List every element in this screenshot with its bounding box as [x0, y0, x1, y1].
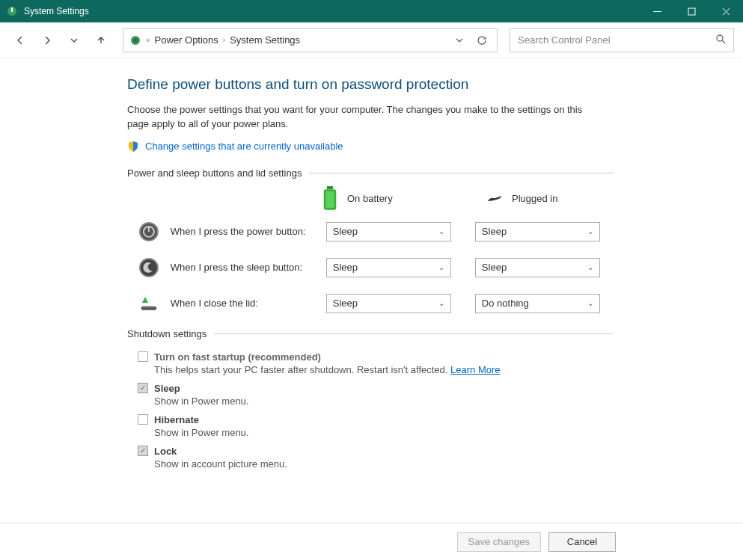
maximize-button[interactable]: [674, 0, 709, 22]
select-value: Sleep: [333, 226, 438, 237]
lock-checkbox[interactable]: [138, 446, 148, 456]
up-button[interactable]: [90, 29, 112, 52]
row-label: When I press the power button:: [171, 226, 316, 237]
fast-startup-item: Turn on fast startup (recommended) This …: [138, 351, 614, 375]
chevron-down-icon: ⌄: [438, 227, 444, 236]
svg-line-9: [722, 40, 725, 43]
sleep-button-icon: [138, 256, 160, 279]
cancel-button[interactable]: Cancel: [548, 532, 616, 552]
shield-icon: [127, 141, 139, 153]
lock-label: Lock: [154, 446, 177, 457]
svg-rect-3: [688, 8, 695, 15]
section-label: Power and sleep buttons and lid settings: [127, 167, 302, 179]
fast-startup-label: Turn on fast startup (recommended): [154, 351, 321, 363]
recent-dropdown[interactable]: [63, 29, 85, 52]
chevron-down-icon: ⌄: [438, 263, 444, 271]
mode-plugged-label: Plugged in: [512, 193, 557, 204]
hibernate-item: Hibernate Show in Power menu.: [138, 414, 614, 438]
search-icon[interactable]: [715, 34, 726, 46]
row-label: When I press the sleep button:: [171, 262, 316, 273]
battery-icon: [322, 191, 338, 207]
plug-icon: [486, 191, 503, 207]
chevron-down-icon: ⌄: [587, 263, 593, 271]
mode-plugged-col: Plugged in: [486, 191, 614, 207]
sleep-button-plugged-select[interactable]: Sleep ⌄: [475, 258, 600, 277]
lock-desc: Show in account picture menu.: [138, 458, 614, 470]
learn-more-link[interactable]: Learn More: [450, 364, 500, 375]
address-dropdown[interactable]: [450, 31, 468, 49]
section-header-buttons: Power and sleep buttons and lid settings: [127, 167, 614, 179]
search-input[interactable]: [518, 34, 715, 46]
chevron-right-icon: ›: [223, 36, 225, 44]
titlebar: System Settings: [0, 0, 743, 22]
close-lid-battery-select[interactable]: Sleep ⌄: [326, 294, 451, 313]
search-box[interactable]: [510, 28, 734, 52]
sleep-desc: Show in Power menu.: [138, 396, 614, 407]
save-button[interactable]: Save changes: [457, 532, 541, 552]
row-close-lid: When I close the lid: Sleep ⌄ Do nothing…: [127, 292, 614, 315]
change-settings-link-row: Change settings that are currently unava…: [127, 141, 614, 153]
close-lid-plugged-select[interactable]: Do nothing ⌄: [475, 294, 600, 313]
select-value: Sleep: [482, 262, 587, 273]
desc-text: This helps start your PC faster after sh…: [154, 364, 450, 375]
page-title: Define power buttons and turn on passwor…: [127, 76, 614, 93]
hibernate-checkbox[interactable]: [138, 414, 148, 425]
power-button-icon: [138, 221, 160, 243]
hibernate-desc: Show in Power menu.: [138, 427, 614, 438]
divider: [309, 173, 614, 173]
laptop-lid-icon: [138, 292, 160, 315]
fast-startup-checkbox[interactable]: [138, 351, 148, 362]
svg-point-7: [133, 38, 138, 43]
select-value: Sleep: [333, 298, 438, 309]
footer: Save changes Cancel: [0, 523, 743, 560]
refresh-button[interactable]: [473, 31, 491, 49]
window-title: System Settings: [24, 6, 89, 16]
mode-header-row: On battery Plugged in: [127, 191, 614, 207]
svg-rect-1: [11, 7, 13, 12]
divider: [214, 333, 614, 334]
power-button-plugged-select[interactable]: Sleep ⌄: [475, 222, 600, 241]
sleep-item: Sleep Show in Power menu.: [138, 383, 614, 407]
svg-rect-12: [326, 191, 334, 208]
mode-battery-label: On battery: [347, 193, 393, 204]
sleep-label: Sleep: [154, 383, 180, 394]
sleep-button-battery-select[interactable]: Sleep ⌄: [326, 258, 451, 277]
mode-battery-col: On battery: [322, 191, 449, 207]
svg-rect-10: [327, 186, 333, 189]
breadcrumb-item[interactable]: System Settings: [230, 34, 300, 46]
change-settings-link[interactable]: Change settings that are currently unava…: [145, 141, 343, 152]
address-bar[interactable]: « Power Options › System Settings: [123, 28, 498, 52]
shutdown-section: Shutdown settings Turn on fast startup (…: [127, 328, 614, 470]
forward-button[interactable]: [36, 29, 58, 52]
chevron-left-icon: «: [146, 36, 150, 44]
breadcrumb-item[interactable]: Power Options: [155, 34, 218, 46]
select-value: Sleep: [482, 226, 587, 237]
chevron-down-icon: ⌄: [587, 299, 593, 307]
row-sleep-button: When I press the sleep button: Sleep ⌄ S…: [127, 256, 614, 279]
location-icon: [129, 34, 141, 46]
chevron-down-icon: ⌄: [438, 299, 444, 307]
page-description: Choose the power settings that you want …: [127, 103, 599, 132]
hibernate-label: Hibernate: [154, 414, 199, 425]
sleep-checkbox[interactable]: [138, 383, 148, 393]
select-value: Sleep: [333, 262, 438, 273]
row-power-button: When I press the power button: Sleep ⌄ S…: [127, 221, 614, 243]
main-content: Define power buttons and turn on passwor…: [0, 58, 614, 470]
select-value: Do nothing: [482, 298, 587, 309]
minimize-button[interactable]: [640, 0, 674, 22]
svg-point-8: [717, 35, 723, 41]
close-button[interactable]: [709, 0, 743, 22]
section-label: Shutdown settings: [127, 328, 207, 339]
lock-item: Lock Show in account picture menu.: [138, 446, 614, 470]
back-button[interactable]: [9, 29, 31, 52]
power-button-battery-select[interactable]: Sleep ⌄: [326, 222, 451, 241]
navbar: « Power Options › System Settings: [0, 22, 743, 58]
window-controls: [640, 0, 743, 22]
fast-startup-desc: This helps start your PC faster after sh…: [138, 364, 614, 375]
section-header-shutdown: Shutdown settings: [127, 328, 614, 339]
chevron-down-icon: ⌄: [587, 227, 593, 236]
row-label: When I close the lid:: [171, 298, 316, 309]
app-icon: [6, 5, 18, 17]
